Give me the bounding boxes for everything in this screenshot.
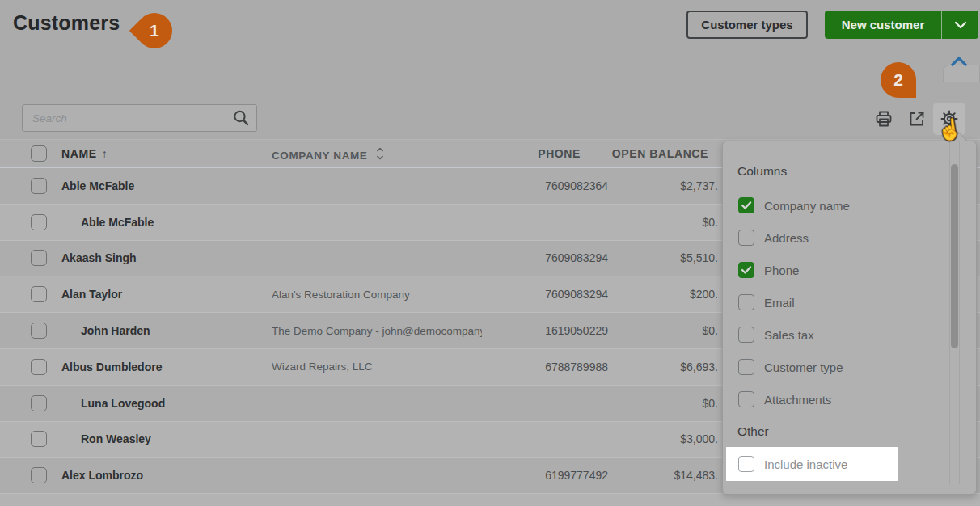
chevron-down-icon	[953, 20, 968, 30]
search-box	[22, 104, 257, 132]
row-checkbox[interactable]	[31, 250, 47, 266]
menu-item-customer-type[interactable]: Customer type	[723, 351, 976, 383]
export-arrow-icon	[907, 109, 927, 129]
printer-icon	[874, 109, 893, 129]
menu-item-phone[interactable]: Phone	[723, 254, 976, 286]
column-header-phone[interactable]: PHONE	[482, 147, 608, 160]
open-balance: $0.	[608, 397, 718, 410]
step-1-callout: 1	[129, 6, 180, 56]
columns-menu-list: Company nameAddressPhoneEmailSales taxCu…	[723, 189, 976, 415]
menu-item-label: Company name	[764, 199, 850, 213]
sort-ascending-icon: ↑	[102, 147, 108, 160]
menu-item-email[interactable]: Email	[723, 286, 976, 318]
phone-number: 7609082364	[482, 179, 608, 192]
open-balance: $14,483.	[608, 469, 718, 482]
company-name: Wizard Repairs, LLC	[272, 361, 482, 373]
menu-item-attachments[interactable]: Attachments	[723, 383, 976, 415]
phone-number: 6199777492	[482, 469, 608, 482]
menu-item-label: Email	[764, 296, 795, 310]
customer-name[interactable]: Alex Lombrozo	[61, 469, 272, 482]
checkbox-include-inactive[interactable]	[738, 456, 754, 472]
customer-name[interactable]: Able McFable	[61, 216, 272, 229]
menu-item-label: Phone	[764, 264, 799, 277]
new-customer-button[interactable]: New customer	[825, 11, 941, 39]
settings-menu-scrollbar-thumb[interactable]	[951, 164, 958, 348]
row-checkbox[interactable]	[31, 214, 47, 230]
checkbox-sales-tax[interactable]	[738, 327, 754, 343]
select-all-checkbox[interactable]	[31, 145, 47, 162]
customer-types-button[interactable]: Customer types	[686, 11, 808, 39]
menu-section-columns: Columns	[737, 164, 787, 179]
open-balance: $3,000.	[608, 432, 718, 445]
phone-number: 1619050229	[482, 324, 608, 337]
menu-item-include-inactive[interactable]: Include inactive	[726, 447, 898, 481]
open-balance: $6,693.	[608, 361, 718, 373]
export-button[interactable]	[907, 108, 927, 129]
customer-name[interactable]: Albus Dumbledore	[61, 361, 272, 373]
column-header-company[interactable]: COMPANY NAME	[272, 150, 367, 162]
customer-name[interactable]: Akaash Singh	[61, 251, 272, 264]
open-balance: $0.	[608, 324, 718, 337]
open-balance: $2,737.	[608, 179, 718, 192]
customer-name[interactable]: Luna Lovegood	[61, 397, 272, 410]
checkbox-phone[interactable]	[738, 262, 754, 278]
row-checkbox[interactable]	[31, 431, 47, 447]
phone-number: 7609083294	[482, 288, 608, 301]
open-balance: $0.	[608, 216, 718, 229]
menu-item-label: Customer type	[764, 361, 843, 374]
settings-menu: Columns Company nameAddressPhoneEmailSal…	[722, 141, 977, 495]
menu-section-other: Other	[737, 424, 769, 439]
customer-name[interactable]: Able McFable	[61, 179, 272, 192]
checkbox-email[interactable]	[738, 294, 754, 310]
row-checkbox[interactable]	[31, 286, 47, 302]
row-checkbox[interactable]	[31, 178, 47, 194]
open-balance: $200.	[608, 288, 718, 301]
customer-name[interactable]: Alan Taylor	[61, 288, 272, 301]
phone-number: 6788789988	[482, 361, 608, 373]
row-checkbox[interactable]	[31, 395, 47, 411]
checkbox-customer-type[interactable]	[738, 359, 754, 375]
company-name: Alan's Restoration Company	[272, 289, 482, 301]
search-input[interactable]	[23, 112, 230, 124]
new-customer-split-button: New customer	[825, 11, 978, 39]
open-balance: $5,510.	[608, 251, 718, 264]
menu-item-address[interactable]: Address	[723, 221, 976, 254]
column-header-balance[interactable]: OPEN BALANCE	[608, 147, 718, 160]
checkbox-attachments[interactable]	[738, 391, 754, 407]
phone-number: 7609083294	[482, 251, 608, 264]
table-row-partial	[0, 494, 980, 506]
menu-item-label: Include inactive	[764, 458, 847, 471]
print-button[interactable]	[874, 108, 893, 129]
new-customer-dropdown-button[interactable]	[941, 11, 978, 39]
column-header-name[interactable]: NAME	[61, 147, 97, 160]
step-2-callout: 2	[881, 62, 916, 98]
customer-name[interactable]: Ron Weasley	[61, 432, 272, 445]
menu-item-label: Attachments	[764, 393, 831, 407]
search-icon	[230, 108, 251, 129]
chevron-up-icon[interactable]	[948, 54, 969, 69]
menu-item-label: Sales tax	[764, 328, 814, 342]
row-checkbox[interactable]	[31, 323, 47, 339]
menu-item-sales-tax[interactable]: Sales tax	[723, 318, 976, 351]
customers-page: Customers 1 Customer types New customer	[0, 0, 980, 506]
menu-item-label: Address	[764, 231, 809, 245]
row-checkbox[interactable]	[31, 359, 47, 375]
hand-cursor: ☝	[936, 116, 964, 143]
menu-item-company-name[interactable]: Company name	[723, 189, 976, 221]
row-checkbox[interactable]	[31, 467, 47, 483]
company-name: The Demo Company - john@democompany.com	[272, 325, 482, 337]
checkbox-address[interactable]	[738, 230, 754, 246]
customer-name[interactable]: John Harden	[61, 324, 272, 337]
page-title: Customers	[13, 11, 120, 35]
sort-icon	[376, 146, 384, 161]
checkbox-company-name[interactable]	[738, 197, 754, 213]
